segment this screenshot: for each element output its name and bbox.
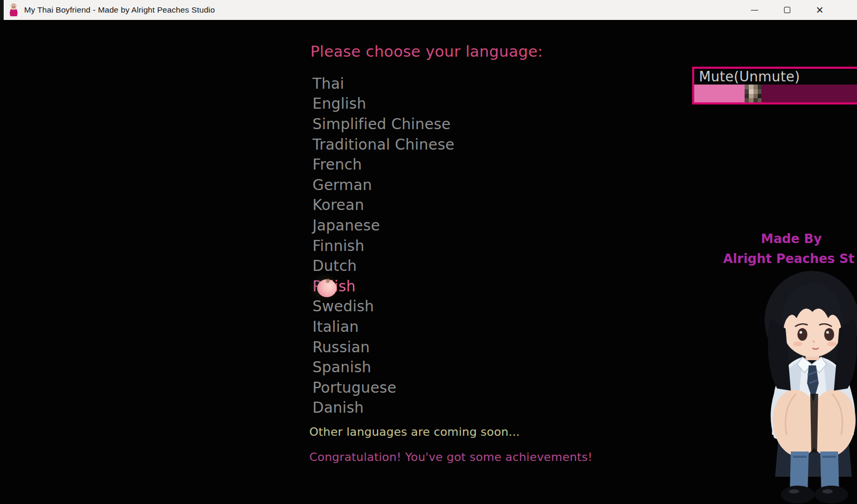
language-option-label: Spanish bbox=[312, 359, 371, 376]
volume-slider-handle[interactable] bbox=[745, 85, 761, 102]
language-option-label: Polish bbox=[312, 278, 356, 295]
app-icon bbox=[8, 3, 19, 17]
language-option[interactable]: Italian bbox=[312, 317, 454, 337]
language-prompt-heading: Please choose your language: bbox=[310, 43, 543, 60]
language-option-label: Russian bbox=[312, 339, 370, 356]
language-option[interactable]: Dutch bbox=[312, 256, 454, 276]
crouching-girl-illustration bbox=[744, 261, 857, 504]
titlebar[interactable]: My Thai Boyfriend - Made by Alright Peac… bbox=[0, 0, 857, 20]
window-corner-edge bbox=[0, 0, 4, 20]
language-option-label: Korean bbox=[312, 196, 364, 214]
language-option[interactable]: Russian bbox=[312, 337, 454, 358]
language-option[interactable]: Thai bbox=[312, 74, 454, 94]
language-option[interactable]: Korean bbox=[312, 195, 454, 216]
language-option-label: Portuguese bbox=[312, 379, 396, 396]
language-option[interactable]: Simplified Chinese bbox=[312, 114, 454, 134]
language-option[interactable]: Portuguese bbox=[312, 377, 454, 398]
language-option-label: Thai bbox=[312, 75, 344, 92]
language-option[interactable]: Japanese bbox=[312, 215, 454, 236]
language-option-label: Danish bbox=[312, 399, 364, 416]
language-option-label: Simplified Chinese bbox=[312, 116, 451, 133]
mute-button-panel[interactable]: Mute(Unmute) bbox=[692, 67, 857, 104]
language-option[interactable]: German bbox=[312, 175, 454, 195]
language-option-label: Traditional Chinese bbox=[312, 136, 454, 153]
game-screen: Please choose your language: Thai Englis… bbox=[0, 20, 857, 504]
minimize-icon bbox=[751, 10, 758, 10]
close-icon: × bbox=[816, 4, 823, 16]
maximize-icon bbox=[784, 7, 790, 13]
language-option-label: Swedish bbox=[312, 298, 374, 315]
credit-made-by: Made By bbox=[761, 232, 822, 246]
language-option[interactable]: Polish bbox=[312, 276, 454, 297]
language-option[interactable]: French bbox=[312, 154, 454, 175]
language-option[interactable]: Traditional Chinese bbox=[312, 134, 454, 155]
language-option[interactable]: English bbox=[312, 94, 454, 114]
window-controls: × bbox=[738, 0, 836, 20]
language-option-label: German bbox=[312, 176, 372, 194]
language-option-label: English bbox=[312, 95, 367, 112]
minimize-button[interactable] bbox=[738, 0, 771, 20]
volume-slider-fill bbox=[694, 85, 745, 102]
language-list: Thai English Simplified Chinese Traditio… bbox=[312, 74, 454, 418]
language-option-label: Italian bbox=[312, 318, 359, 335]
close-button[interactable]: × bbox=[803, 0, 836, 20]
window-title: My Thai Boyfriend - Made by Alright Peac… bbox=[24, 5, 215, 15]
mute-button-label[interactable]: Mute(Unmute) bbox=[694, 69, 857, 85]
achievements-note[interactable]: Congratulation! You've got some achievem… bbox=[309, 450, 592, 464]
language-option-label: Dutch bbox=[312, 257, 357, 275]
language-option-label: French bbox=[312, 156, 362, 173]
coming-soon-note: Other languages are coming soon... bbox=[309, 425, 520, 438]
language-option[interactable]: Spanish bbox=[312, 357, 454, 377]
language-option-label: Finnish bbox=[312, 237, 364, 255]
maximize-button[interactable] bbox=[771, 0, 803, 20]
language-option[interactable]: Finnish bbox=[312, 236, 454, 256]
language-option-label: Japanese bbox=[312, 217, 380, 234]
volume-slider[interactable] bbox=[694, 85, 857, 102]
language-option[interactable]: Danish bbox=[312, 398, 454, 418]
language-option[interactable]: Swedish bbox=[312, 297, 454, 317]
